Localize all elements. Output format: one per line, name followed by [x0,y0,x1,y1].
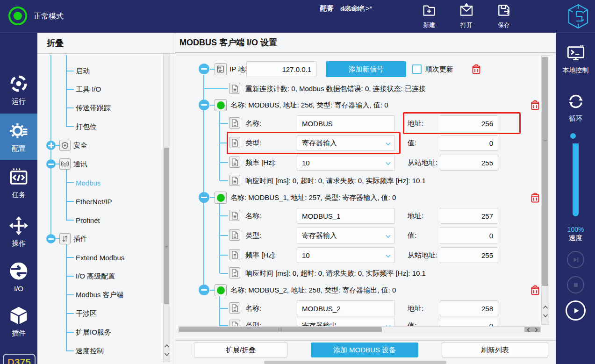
document-icon [229,175,240,186]
tree-item-startup[interactable]: 启动 [66,65,90,77]
new-button[interactable]: 新建 [410,3,448,30]
tree-connector [220,255,228,256]
collapse-minus-icon[interactable] [199,285,209,295]
tree-connector [66,257,74,258]
tree-item-conveyor[interactable]: 传送带跟踪 [66,102,111,114]
tree-item-profinet[interactable]: Profinet [66,214,100,226]
name-input[interactable]: MODBUS_2 [297,300,395,316]
add-modbus-device-button[interactable]: 添加 MODBUS 设备 [311,343,418,357]
expand-collapse-button[interactable]: 扩展/折叠 [194,343,287,357]
scroll-down-icon[interactable] [542,314,549,318]
tree-item-pack-pos[interactable]: 打包位 [66,121,97,132]
address-input[interactable]: 257 [440,208,498,224]
slave-address-input[interactable]: 255 [440,247,498,263]
speed-slider-handle[interactable] [570,133,576,139]
tree-item-modbus-client[interactable]: Modbus 客户端 [66,289,124,300]
address-input[interactable]: 256 [440,115,498,131]
sidebar-item-task[interactable]: 任务 [0,167,37,197]
tree-item-speed-control[interactable]: 速度控制 [66,345,104,357]
value-input[interactable]: 0 [440,135,498,151]
tree-item-tool-io[interactable]: 工具 I/O [66,84,101,95]
tree-item-modbus[interactable]: Modbus [66,177,100,188]
tree-item-io-advanced[interactable]: I/O 高级配置 [66,271,115,282]
vertical-scrollbar[interactable] [541,55,549,325]
scroll-up-icon[interactable] [542,305,549,309]
horizontal-scrollbar-thumb[interactable] [179,327,382,332]
type-dropdown[interactable]: 寄存器输入 [297,228,395,243]
tree-connector [210,290,215,291]
speed-slider-track[interactable] [573,143,579,216]
expand-plus-icon[interactable] [46,141,56,150]
connection-stats-row: 重新连接计数: 0, Modbus 数据包错误: 0, 连接状态: 已连接 [175,83,542,95]
document-icon [229,137,240,148]
scroll-down-icon[interactable] [164,352,170,357]
tree-connector [220,308,228,309]
tree-collapse-header[interactable]: 折叠 [37,33,175,54]
brand-logo-icon [566,4,590,31]
vertical-scrollbar-thumb[interactable] [542,57,548,286]
tree-scrollbar-thumb[interactable] [164,148,169,304]
tree-connector [66,107,74,108]
collapse-minus-icon[interactable] [46,159,56,169]
collapse-minus-icon[interactable] [199,64,209,74]
frequency-dropdown[interactable]: 10 [297,155,395,171]
frequency-dropdown[interactable]: 10 [297,247,395,263]
open-button[interactable]: 打开 [448,3,485,30]
delete-device-trash-icon[interactable] [530,192,541,203]
value-input[interactable]: 0 [440,228,498,243]
collapse-minus-icon[interactable] [199,100,209,110]
tree-item-ext-io-service[interactable]: 扩展IO服务 [66,327,111,338]
sidebar-item-config[interactable]: 配置 [0,114,37,160]
footer-divider [175,340,556,341]
sidebar-item-io[interactable]: I/O [0,261,37,290]
name-input[interactable]: MODBUS_1 [297,208,395,224]
refresh-list-button[interactable]: 刷新列表 [442,343,548,357]
tree-node-plugin[interactable]: 插件 [46,233,87,244]
tree-connector [66,294,74,295]
address-label: 地址: [408,300,423,316]
loop-button[interactable]: 循环 [556,92,595,123]
device-name-row: 名称: MODBUS 地址: 256 [175,115,542,131]
frequency-label: 频率 [Hz]: [245,247,276,263]
ip-address-input[interactable]: 127.0.0.1 [246,61,316,77]
scroll-up-icon[interactable] [164,344,170,348]
delete-device-trash-icon[interactable] [530,285,541,296]
local-control-button[interactable]: 本地控制 [556,44,595,75]
tree-connector [66,71,74,71]
scrollbar-grip [544,139,547,142]
horizontal-scrollbar[interactable] [178,326,541,333]
horizontal-scroll-buttons[interactable] [524,327,540,332]
type-dropdown[interactable]: 寄存器输入 [297,135,395,151]
tree-connector [66,126,74,127]
signal-status-icon [215,192,227,204]
add-signal-button[interactable]: 添加新信号 [326,61,406,77]
sidebar-item-plugin[interactable]: 插件 [0,306,37,335]
tree-node-comm[interactable]: 通讯 [46,158,87,170]
play-button[interactable] [566,300,586,321]
address-input[interactable]: 258 [440,300,498,316]
name-input[interactable]: MODBUS [297,115,395,131]
stop-button[interactable] [567,276,584,293]
type-dropdown[interactable]: 寄存器输出 [297,318,395,327]
collapse-minus-icon[interactable] [199,192,209,203]
tree-item-extend-modbus[interactable]: Extend Modbus [66,252,124,263]
delete-device-trash-icon[interactable] [530,100,541,111]
sidebar-item-run[interactable]: 运行 [0,74,37,104]
delete-connection-trash-icon[interactable] [471,64,482,75]
value-input[interactable]: 0 [440,318,498,327]
tree-node-safety[interactable]: 安全 [46,140,87,151]
step-forward-button[interactable] [567,251,584,268]
sidebar-item-label: 运行 [12,97,26,106]
tree-item-ethernet-ip[interactable]: EtherNet/IP [66,196,112,207]
slave-address-input[interactable]: 255 [440,155,498,171]
tree-scrollbar[interactable] [163,54,170,362]
save-floppy-icon [496,3,511,20]
tree-item-interference[interactable]: 干涉区 [66,308,97,319]
collapse-minus-icon[interactable] [46,234,56,243]
save-button[interactable]: 保存 [485,3,523,30]
bottom-scrollbar[interactable] [264,361,446,364]
sequential-update-checkbox[interactable] [412,64,422,74]
sidebar-item-move[interactable]: 操作 [0,216,37,245]
device-stats-text: 响应时间 [ms]: 0, 超时: 0, 请求失败: 0, 实际频率 [Hz]:… [245,175,426,187]
tree-connector [220,143,228,143]
